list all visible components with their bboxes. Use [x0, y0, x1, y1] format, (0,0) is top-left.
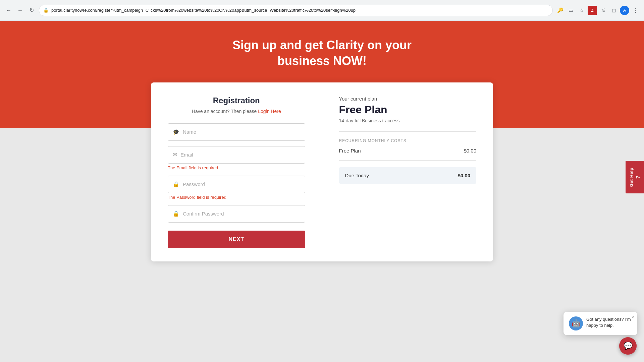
- recurring-costs-label: RECURRING MONTHLY COSTS: [339, 138, 477, 143]
- window-icon[interactable]: ◻: [609, 6, 619, 15]
- registration-card: Registration Have an account? Then pleas…: [151, 82, 493, 261]
- get-help-label: Get Help ?: [629, 168, 641, 187]
- back-button[interactable]: ←: [4, 6, 13, 15]
- chat-bubble-icon: 💬: [624, 342, 633, 350]
- name-field-group: 🎓: [168, 123, 305, 141]
- name-input-wrapper: 🎓: [168, 123, 305, 141]
- question-mark-icon: ?: [635, 176, 641, 179]
- plan-panel: Your current plan Free Plan 14-day full …: [322, 82, 493, 261]
- free-plan-cost: $0.00: [464, 148, 476, 154]
- divider-1: [339, 131, 477, 132]
- name-input[interactable]: [183, 129, 300, 135]
- envelope-icon: ✉: [173, 152, 177, 158]
- lock-icon: 🔒: [43, 8, 49, 13]
- lock-password-icon: 🔒: [173, 181, 179, 187]
- chat-close-button[interactable]: ×: [632, 314, 635, 319]
- lock-confirm-icon: 🔒: [173, 210, 179, 217]
- plan-description: 14-day full Business+ access: [339, 118, 477, 123]
- page-background: Sign up and get Clarity on your business…: [0, 21, 644, 362]
- chat-message: Got any questions? I'm happy to help.: [586, 316, 632, 328]
- get-help-tab[interactable]: Get Help ?: [626, 161, 644, 193]
- email-input[interactable]: [180, 152, 300, 158]
- divider-2: [339, 160, 477, 161]
- password-input[interactable]: [183, 181, 300, 187]
- password-error: The Password field is required: [168, 195, 305, 200]
- plan-name: Free Plan: [339, 104, 477, 116]
- email-field-group: ✉ The Email field is required: [168, 146, 305, 170]
- registration-title: Registration: [168, 96, 305, 105]
- key-icon[interactable]: 🔑: [555, 6, 565, 15]
- confirm-password-field-group: 🔒: [168, 205, 305, 223]
- due-today-box: Due Today $0.00: [339, 167, 477, 184]
- extension-icon[interactable]: Z: [588, 6, 597, 15]
- cast-icon[interactable]: ▭: [566, 6, 576, 15]
- next-button[interactable]: NEXT: [168, 231, 305, 248]
- user-avatar[interactable]: A: [620, 6, 629, 15]
- password-field-group: 🔒 The Password field is required: [168, 176, 305, 200]
- nav-buttons: ← → ↻: [4, 6, 36, 15]
- hero-section: Sign up and get Clarity on your business…: [0, 21, 644, 89]
- chat-avatar-icon: 🤖: [569, 316, 583, 330]
- forward-button[interactable]: →: [15, 6, 25, 15]
- due-today-label: Due Today: [345, 173, 369, 178]
- email-input-wrapper: ✉: [168, 146, 305, 164]
- registration-panel: Registration Have an account? Then pleas…: [151, 82, 322, 261]
- free-plan-label: Free Plan: [339, 148, 361, 154]
- have-account-text: Have an account? Then please Login Here: [168, 109, 305, 114]
- confirm-password-input-wrapper: 🔒: [168, 205, 305, 223]
- star-icon[interactable]: ☆: [577, 6, 586, 15]
- login-link[interactable]: Login Here: [258, 109, 281, 114]
- due-today-amount: $0.00: [458, 173, 470, 178]
- reload-button[interactable]: ↻: [27, 6, 36, 15]
- browser-chrome: ← → ↻ 🔒 portal.claritynowre.com/register…: [0, 0, 644, 21]
- puzzle-icon[interactable]: ⚟: [598, 6, 608, 15]
- email-error: The Email field is required: [168, 165, 305, 170]
- hero-title: Sign up and get Clarity on your business…: [7, 38, 637, 69]
- address-bar[interactable]: 🔒 portal.claritynowre.com/register?utm_c…: [39, 5, 553, 16]
- menu-icon[interactable]: ⋮: [631, 6, 640, 15]
- free-plan-cost-row: Free Plan $0.00: [339, 148, 477, 154]
- graduation-cap-icon: 🎓: [173, 129, 179, 135]
- browser-actions: 🔑 ▭ ☆ Z ⚟ ◻ A ⋮: [555, 6, 640, 15]
- your-plan-label: Your current plan: [339, 96, 477, 102]
- chat-widget: 🤖 Got any questions? I'm happy to help. …: [564, 312, 637, 335]
- password-input-wrapper: 🔒: [168, 176, 305, 193]
- chat-fab-button[interactable]: 💬: [619, 337, 637, 355]
- url-text: portal.claritynowre.com/register?utm_cam…: [51, 8, 548, 13]
- main-container: Registration Have an account? Then pleas…: [144, 82, 500, 275]
- confirm-password-input[interactable]: [183, 211, 300, 217]
